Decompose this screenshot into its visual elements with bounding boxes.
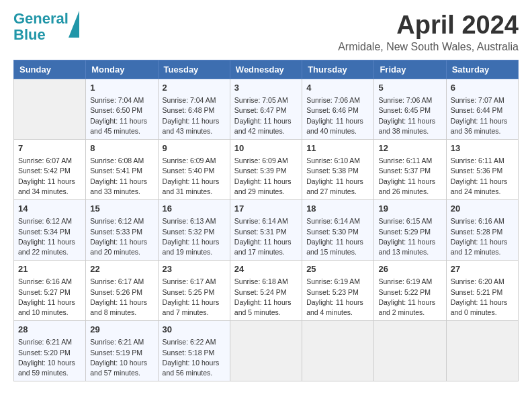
days-header-row: SundayMondayTuesdayWednesdayThursdayFrid… <box>14 60 519 79</box>
day-number: 17 <box>234 203 298 215</box>
week-row-1: 1Sunrise: 7:04 AMSunset: 6:50 PMDaylight… <box>14 79 519 140</box>
calendar-cell: 9Sunrise: 6:09 AMSunset: 5:40 PMDaylight… <box>158 140 230 200</box>
calendar-cell: 24Sunrise: 6:18 AMSunset: 5:24 PMDayligh… <box>230 261 302 321</box>
calendar-cell: 15Sunrise: 6:12 AMSunset: 5:33 PMDayligh… <box>86 200 158 261</box>
week-row-4: 21Sunrise: 6:16 AMSunset: 5:27 PMDayligh… <box>14 261 519 321</box>
calendar-cell: 7Sunrise: 6:07 AMSunset: 5:42 PMDaylight… <box>14 140 86 200</box>
calendar-cell: 29Sunrise: 6:21 AMSunset: 5:19 PMDayligh… <box>86 321 158 381</box>
day-info: Sunrise: 6:15 AMSunset: 5:29 PMDaylight:… <box>378 216 441 257</box>
day-info: Sunrise: 6:10 AMSunset: 5:38 PMDaylight:… <box>306 156 369 197</box>
day-number: 16 <box>163 203 226 215</box>
calendar-cell: 2Sunrise: 7:04 AMSunset: 6:48 PMDaylight… <box>158 79 230 140</box>
day-number: 22 <box>90 263 153 275</box>
calendar-cell <box>14 79 86 140</box>
day-info: Sunrise: 6:17 AMSunset: 5:26 PMDaylight:… <box>90 277 153 318</box>
day-info: Sunrise: 7:07 AMSunset: 6:44 PMDaylight:… <box>451 95 514 136</box>
calendar-cell <box>446 321 518 381</box>
day-number: 5 <box>378 82 441 94</box>
day-number: 3 <box>234 82 298 94</box>
day-info: Sunrise: 6:17 AMSunset: 5:25 PMDaylight:… <box>163 277 226 318</box>
day-info: Sunrise: 7:06 AMSunset: 6:46 PMDaylight:… <box>306 95 369 136</box>
calendar-subtitle: Armidale, New South Wales, Australia <box>338 41 519 53</box>
calendar-cell: 8Sunrise: 6:08 AMSunset: 5:41 PMDaylight… <box>86 140 158 200</box>
day-info: Sunrise: 6:18 AMSunset: 5:24 PMDaylight:… <box>234 277 298 318</box>
calendar-cell: 18Sunrise: 6:14 AMSunset: 5:30 PMDayligh… <box>302 200 374 261</box>
header: GeneralBlue April 2024 Armidale, New Sou… <box>13 11 519 53</box>
calendar-cell: 20Sunrise: 6:16 AMSunset: 5:28 PMDayligh… <box>446 200 518 261</box>
day-info: Sunrise: 6:20 AMSunset: 5:21 PMDaylight:… <box>451 277 514 318</box>
calendar-cell: 26Sunrise: 6:19 AMSunset: 5:22 PMDayligh… <box>374 261 446 321</box>
day-info: Sunrise: 6:09 AMSunset: 5:39 PMDaylight:… <box>234 156 298 197</box>
day-info: Sunrise: 6:16 AMSunset: 5:28 PMDaylight:… <box>451 216 514 257</box>
day-number: 30 <box>163 324 226 336</box>
calendar-cell: 16Sunrise: 6:13 AMSunset: 5:32 PMDayligh… <box>158 200 230 261</box>
calendar-cell <box>374 321 446 381</box>
day-info: Sunrise: 6:08 AMSunset: 5:41 PMDaylight:… <box>90 156 153 197</box>
calendar-cell: 3Sunrise: 7:05 AMSunset: 6:47 PMDaylight… <box>230 79 302 140</box>
day-number: 11 <box>306 142 369 154</box>
day-info: Sunrise: 7:05 AMSunset: 6:47 PMDaylight:… <box>234 95 298 136</box>
day-info: Sunrise: 7:04 AMSunset: 6:50 PMDaylight:… <box>90 95 153 136</box>
day-number: 29 <box>90 324 153 336</box>
calendar-cell: 30Sunrise: 6:22 AMSunset: 5:18 PMDayligh… <box>158 321 230 381</box>
day-number: 26 <box>378 263 441 275</box>
calendar-cell: 14Sunrise: 6:12 AMSunset: 5:34 PMDayligh… <box>14 200 86 261</box>
day-number: 18 <box>306 203 369 215</box>
day-info: Sunrise: 7:04 AMSunset: 6:48 PMDaylight:… <box>163 95 226 136</box>
logo: GeneralBlue <box>13 11 69 43</box>
day-header-saturday: Saturday <box>446 60 518 79</box>
logo-text: GeneralBlue <box>13 10 69 43</box>
calendar-cell: 17Sunrise: 6:14 AMSunset: 5:31 PMDayligh… <box>230 200 302 261</box>
day-info: Sunrise: 7:06 AMSunset: 6:45 PMDaylight:… <box>378 95 441 136</box>
week-row-5: 28Sunrise: 6:21 AMSunset: 5:20 PMDayligh… <box>14 321 519 381</box>
calendar-cell <box>302 321 374 381</box>
day-number: 28 <box>18 324 81 336</box>
day-info: Sunrise: 6:21 AMSunset: 5:19 PMDaylight:… <box>90 337 153 378</box>
calendar-cell: 27Sunrise: 6:20 AMSunset: 5:21 PMDayligh… <box>446 261 518 321</box>
day-info: Sunrise: 6:19 AMSunset: 5:22 PMDaylight:… <box>378 277 441 318</box>
day-number: 8 <box>90 142 153 154</box>
calendar-cell: 25Sunrise: 6:19 AMSunset: 5:23 PMDayligh… <box>302 261 374 321</box>
calendar-cell: 28Sunrise: 6:21 AMSunset: 5:20 PMDayligh… <box>14 321 86 381</box>
calendar-cell: 12Sunrise: 6:11 AMSunset: 5:37 PMDayligh… <box>374 140 446 200</box>
week-row-2: 7Sunrise: 6:07 AMSunset: 5:42 PMDaylight… <box>14 140 519 200</box>
day-number: 19 <box>378 203 441 215</box>
day-number: 9 <box>163 142 226 154</box>
calendar-cell: 19Sunrise: 6:15 AMSunset: 5:29 PMDayligh… <box>374 200 446 261</box>
day-number: 4 <box>306 82 369 94</box>
day-number: 14 <box>18 203 81 215</box>
day-info: Sunrise: 6:12 AMSunset: 5:33 PMDaylight:… <box>90 216 153 257</box>
calendar-cell: 4Sunrise: 7:06 AMSunset: 6:46 PMDaylight… <box>302 79 374 140</box>
calendar-cell: 21Sunrise: 6:16 AMSunset: 5:27 PMDayligh… <box>14 261 86 321</box>
day-number: 24 <box>234 263 298 275</box>
calendar-cell: 13Sunrise: 6:11 AMSunset: 5:36 PMDayligh… <box>446 140 518 200</box>
day-info: Sunrise: 6:11 AMSunset: 5:37 PMDaylight:… <box>378 156 441 197</box>
day-info: Sunrise: 6:13 AMSunset: 5:32 PMDaylight:… <box>163 216 226 257</box>
day-number: 2 <box>163 82 226 94</box>
day-number: 1 <box>90 82 153 94</box>
title-area: April 2024 Armidale, New South Wales, Au… <box>338 11 519 53</box>
day-info: Sunrise: 6:21 AMSunset: 5:20 PMDaylight:… <box>18 337 81 378</box>
day-header-tuesday: Tuesday <box>158 60 230 79</box>
day-header-thursday: Thursday <box>302 60 374 79</box>
day-header-friday: Friday <box>374 60 446 79</box>
calendar-cell: 6Sunrise: 7:07 AMSunset: 6:44 PMDaylight… <box>446 79 518 140</box>
calendar-cell: 10Sunrise: 6:09 AMSunset: 5:39 PMDayligh… <box>230 140 302 200</box>
calendar-table: SundayMondayTuesdayWednesdayThursdayFrid… <box>13 60 519 381</box>
calendar-cell: 11Sunrise: 6:10 AMSunset: 5:38 PMDayligh… <box>302 140 374 200</box>
day-number: 6 <box>451 82 514 94</box>
day-number: 21 <box>18 263 81 275</box>
calendar-title: April 2024 <box>338 11 519 40</box>
day-info: Sunrise: 6:19 AMSunset: 5:23 PMDaylight:… <box>306 277 369 318</box>
day-info: Sunrise: 6:14 AMSunset: 5:30 PMDaylight:… <box>306 216 369 257</box>
day-number: 20 <box>451 203 514 215</box>
day-info: Sunrise: 6:22 AMSunset: 5:18 PMDaylight:… <box>163 337 226 378</box>
day-number: 13 <box>451 142 514 154</box>
calendar-cell <box>230 321 302 381</box>
day-number: 12 <box>378 142 441 154</box>
day-number: 15 <box>90 203 153 215</box>
day-header-sunday: Sunday <box>14 60 86 79</box>
day-header-monday: Monday <box>86 60 158 79</box>
calendar-cell: 23Sunrise: 6:17 AMSunset: 5:25 PMDayligh… <box>158 261 230 321</box>
calendar-cell: 1Sunrise: 7:04 AMSunset: 6:50 PMDaylight… <box>86 79 158 140</box>
